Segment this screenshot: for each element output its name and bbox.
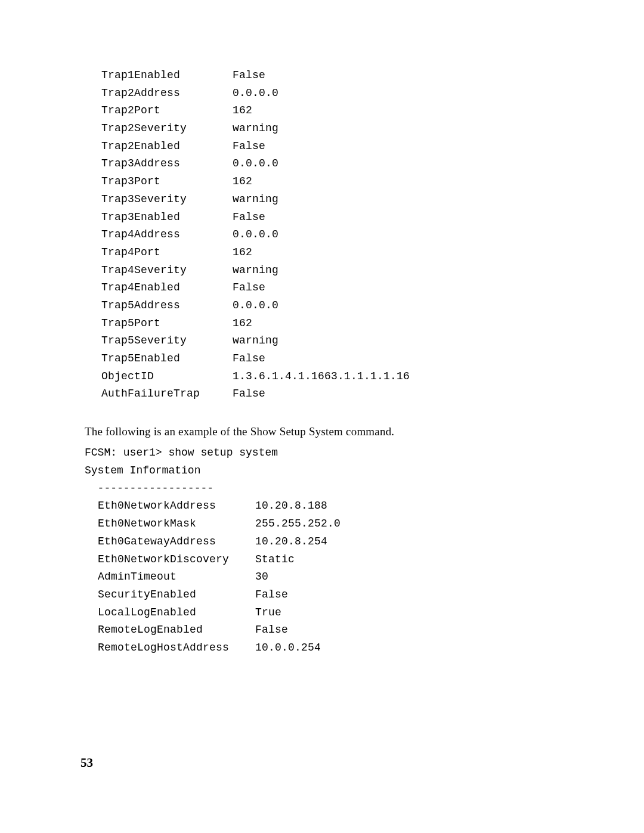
command-prompt-line: FCSM: user1> show setup system — [85, 444, 602, 462]
example-intro-text: The following is an example of the Show … — [85, 422, 602, 441]
system-info-heading: System Information — [85, 462, 602, 480]
system-info-block: Eth0NetworkAddress 10.20.8.188 Eth0Netwo… — [85, 497, 602, 657]
trap-config-block: Trap1Enabled False Trap2Address 0.0.0.0 … — [101, 67, 602, 403]
divider-line: ------------------ — [85, 480, 602, 498]
page-number: 53 — [80, 753, 93, 773]
